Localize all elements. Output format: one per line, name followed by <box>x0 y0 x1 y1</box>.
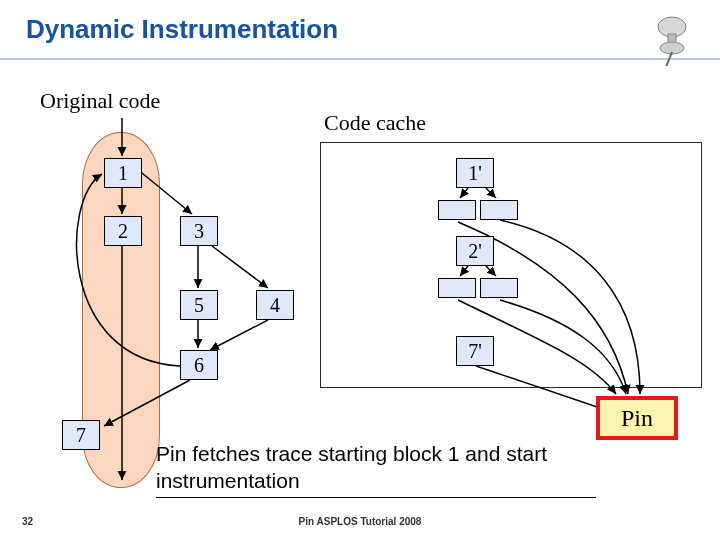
original-code-label: Original code <box>40 88 160 114</box>
node-1: 1 <box>104 158 142 188</box>
node-2: 2 <box>104 216 142 246</box>
node-7: 7 <box>62 420 100 450</box>
node-5: 5 <box>180 290 218 320</box>
stub-2b <box>480 278 518 298</box>
stub-1b <box>480 200 518 220</box>
node-6: 6 <box>180 350 218 380</box>
pin-box: Pin <box>596 396 678 440</box>
node-7-prime: 7' <box>456 336 494 366</box>
node-1-prime: 1' <box>456 158 494 188</box>
title-underline <box>0 58 720 60</box>
slide-footer: Pin ASPLOS Tutorial 2008 <box>0 516 720 527</box>
code-cache-label: Code cache <box>324 110 426 136</box>
node-2-prime: 2' <box>456 236 494 266</box>
code-cache-box <box>320 142 702 388</box>
slide-title: Dynamic Instrumentation <box>26 14 338 45</box>
stub-2a <box>438 278 476 298</box>
pushpin-icon <box>650 14 692 66</box>
svg-line-9 <box>212 246 268 288</box>
slide-caption: Pin fetches trace starting block 1 and s… <box>156 440 596 498</box>
svg-line-11 <box>210 320 268 350</box>
node-4: 4 <box>256 290 294 320</box>
stub-1a <box>438 200 476 220</box>
node-3: 3 <box>180 216 218 246</box>
